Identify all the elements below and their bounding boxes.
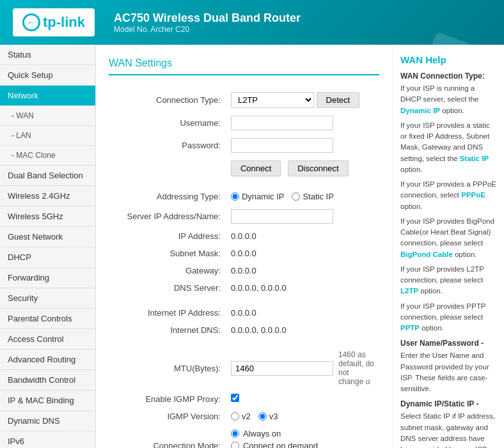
- igmp-version-group: v2 v3: [231, 412, 374, 421]
- logo-text: tp-link: [43, 14, 85, 31]
- addressing-radio-group: Dynamic IP Static IP: [231, 192, 374, 201]
- spacer-row: [109, 180, 379, 188]
- sidebar-item-quick-setup[interactable]: Quick Setup: [0, 65, 95, 86]
- igmp-v3-label[interactable]: v3: [258, 412, 278, 421]
- help-block-1: If your ISP provides a static or fixed I…: [400, 120, 496, 175]
- connect-empty-label: [109, 157, 226, 180]
- help-title: WAN Help: [400, 54, 496, 65]
- igmp-proxy-checkbox[interactable]: [231, 394, 239, 402]
- internet-ip-row: Internet IP Address: 0.0.0.0: [109, 304, 379, 321]
- help-block-3: If your ISP provides BigPond Cable(or He…: [400, 216, 496, 260]
- spacer-row3: [109, 339, 379, 346]
- server-ip-row: Server IP Address/Name:: [109, 205, 379, 228]
- sidebar-item-wan[interactable]: - WAN: [0, 106, 95, 126]
- help-user-pass-text: Enter the User Name and Password provide…: [400, 350, 496, 394]
- igmp-v2-text: v2: [242, 412, 251, 421]
- wan-form: Connection Type: PPPoE Dynamic IP Static…: [109, 88, 379, 448]
- logo-icon: ←: [22, 13, 40, 31]
- disconnect-button[interactable]: Disconnect: [288, 160, 348, 176]
- dynamic-ip-radio[interactable]: [231, 192, 239, 201]
- igmp-v3-radio[interactable]: [258, 412, 267, 421]
- server-ip-cell: [226, 205, 379, 228]
- igmp-version-row: IGMP Version: v2 v3: [109, 408, 379, 425]
- static-ip-label[interactable]: Static IP: [292, 192, 333, 201]
- sidebar-item-bandwidth[interactable]: Bandwidth Control: [0, 370, 95, 390]
- sidebar-item-ip-mac[interactable]: IP & MAC Binding: [0, 390, 95, 411]
- static-ip-radio[interactable]: [292, 192, 300, 201]
- connect-demand-label[interactable]: Connect on demand: [231, 441, 374, 448]
- sidebar-item-wireless-24[interactable]: Wireless 2.4GHz: [0, 186, 95, 206]
- help-block-2: If your ISP provides a PPPoE connection,…: [400, 179, 496, 212]
- help-dynamic-static-text: Select Static IP if IP address, subnet m…: [400, 411, 496, 448]
- sidebar-item-status[interactable]: Status: [0, 45, 95, 65]
- sidebar-item-lan[interactable]: - LAN: [0, 126, 95, 146]
- dynamic-ip-label[interactable]: Dynamic IP: [231, 192, 284, 201]
- detect-button[interactable]: Detect: [317, 92, 360, 108]
- igmp-v2-radio[interactable]: [231, 412, 239, 421]
- sidebar-item-security[interactable]: Security: [0, 288, 95, 309]
- internet-dns-label: Internet DNS:: [109, 321, 226, 339]
- mtu-cell: 1460 1460 as default, do not change u: [226, 346, 379, 390]
- password-input[interactable]: [231, 138, 333, 153]
- igmp-proxy-label: Enable IGMP Proxy:: [109, 390, 226, 408]
- sidebar-item-dual-band[interactable]: Dual Band Selection: [0, 166, 95, 186]
- connection-type-select[interactable]: PPPoE Dynamic IP Static IP L2TP PPTP Big…: [231, 92, 314, 108]
- help-highlight-l2tp: L2TP: [400, 287, 418, 295]
- addressing-type-cell: Dynamic IP Static IP: [226, 188, 379, 205]
- igmp-proxy-row: Enable IGMP Proxy:: [109, 390, 379, 408]
- igmp-v2-label[interactable]: v2: [231, 412, 251, 421]
- sidebar-item-network[interactable]: Network: [0, 86, 95, 106]
- igmp-v3-text: v3: [269, 412, 278, 421]
- help-user-pass-subtitle: User Name/Password -: [400, 339, 496, 348]
- sidebar-item-mac-clone[interactable]: - MAC Clone: [0, 146, 95, 166]
- help-block-4: If your ISP provides L2TP connection, pl…: [400, 264, 496, 297]
- always-on-text: Always on: [243, 429, 281, 438]
- conn-mode-cell: Always on Connect on demand Connect manu…: [226, 425, 379, 448]
- internet-dns-row: Internet DNS: 0.0.0.0, 0.0.0.0: [109, 321, 379, 339]
- spacer-row2: [109, 297, 379, 304]
- sidebar-item-adv-routing[interactable]: Advanced Routing: [0, 350, 95, 370]
- dns-server-value: 0.0.0.0, 0.0.0.0: [226, 279, 379, 297]
- sidebar-item-dhcp[interactable]: DHCP: [0, 247, 95, 268]
- username-cell: [226, 112, 379, 134]
- username-input[interactable]: [231, 116, 333, 130]
- help-block-0: If your ISP is running a DHCP server, se…: [400, 83, 496, 116]
- sidebar-item-ipv6[interactable]: IPv6: [0, 431, 95, 448]
- ip-address-row: IP Address: 0.0.0.0: [109, 228, 379, 245]
- connect-demand-radio[interactable]: [231, 442, 239, 448]
- igmp-version-cell: v2 v3: [226, 408, 379, 425]
- sidebar-item-parental[interactable]: Parental Controls: [0, 309, 95, 329]
- always-on-radio[interactable]: [231, 429, 239, 438]
- gateway-value: 0.0.0.0: [226, 262, 379, 279]
- connect-button[interactable]: Connect: [231, 160, 281, 176]
- gateway-row: Gateway: 0.0.0.0: [109, 262, 379, 279]
- header-title: AC750 Wireless Dual Band Router Model No…: [114, 12, 301, 34]
- sidebar-item-access-control[interactable]: Access Control: [0, 329, 95, 350]
- sidebar-item-guest-network[interactable]: Guest Network: [0, 227, 95, 247]
- server-ip-input[interactable]: [231, 209, 333, 224]
- password-cell: [226, 134, 379, 157]
- connect-buttons-row: Connect Disconnect: [109, 157, 379, 180]
- model-number: Model No. Archer C20: [114, 25, 301, 34]
- server-ip-label: Server IP Address/Name:: [109, 205, 226, 228]
- main-content: WAN Settings Connection Type: PPPoE Dyna…: [96, 45, 392, 448]
- addressing-type-label: Addressing Type:: [109, 188, 226, 205]
- always-on-label[interactable]: Always on: [231, 429, 374, 438]
- header: ← tp-link AC750 Wireless Dual Band Route…: [0, 0, 504, 45]
- addressing-type-row: Addressing Type: Dynamic IP Static IP: [109, 188, 379, 205]
- internet-ip-value: 0.0.0.0: [226, 304, 379, 321]
- dns-server-row: DNS Server: 0.0.0.0, 0.0.0.0: [109, 279, 379, 297]
- connection-type-row: Connection Type: PPPoE Dynamic IP Static…: [109, 88, 379, 112]
- help-conn-type-subtitle: WAN Connection Type:: [400, 72, 496, 81]
- mtu-input[interactable]: 1460: [231, 361, 333, 376]
- sidebar-item-wireless-5[interactable]: Wireless 5GHz: [0, 206, 95, 227]
- sidebar-item-ddns[interactable]: Dynamic DNS: [0, 411, 95, 431]
- help-highlight-pptp: PPTP: [400, 324, 420, 332]
- connection-type-label: Connection Type:: [109, 88, 226, 112]
- logo-area: ← tp-link: [13, 8, 95, 36]
- help-dynamic-static-subtitle: Dynamic IP/Static IP -: [400, 399, 496, 408]
- username-label: Username:: [109, 112, 226, 134]
- sidebar-item-forwarding[interactable]: Forwarding: [0, 268, 95, 288]
- password-label: Password:: [109, 134, 226, 157]
- static-ip-text: Static IP: [303, 192, 333, 201]
